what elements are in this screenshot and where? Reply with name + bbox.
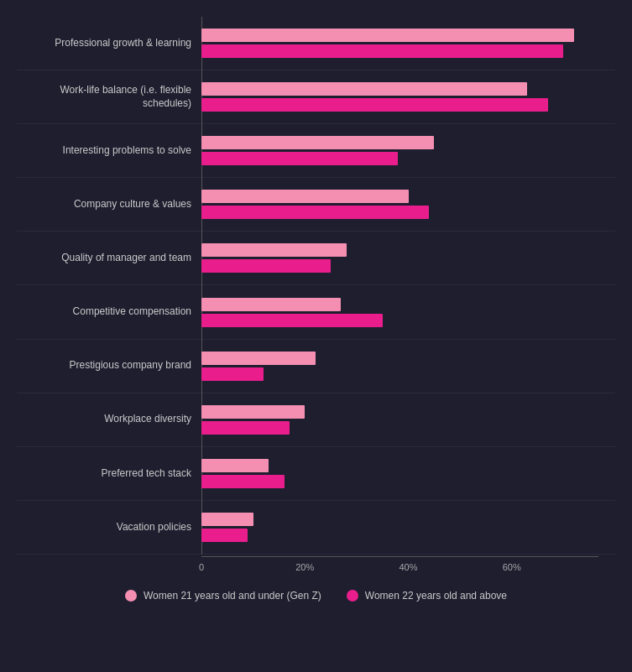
bar-light: [201, 298, 341, 311]
chart-row: Competitive compensation: [17, 285, 615, 339]
bar-dark: [201, 98, 548, 112]
chart-row: Preferred tech stack: [17, 447, 615, 501]
row-label: Company culture & values: [17, 198, 201, 211]
chart-row: Quality of manager and team: [17, 232, 615, 285]
bar-wrap-light: [201, 513, 615, 526]
bar-light: [201, 352, 316, 365]
bar-wrap-light: [201, 352, 615, 365]
bars-col: [201, 508, 615, 547]
bar-wrap-light: [201, 459, 615, 472]
bars-col: [201, 293, 615, 332]
bar-wrap-dark: [201, 44, 615, 58]
bar-wrap-light: [201, 190, 615, 203]
bar-dark: [201, 529, 248, 542]
chart-row: Prestigious company brand: [17, 340, 615, 393]
bar-wrap-light: [201, 29, 615, 42]
bar-dark: [201, 206, 429, 219]
row-label: Competitive compensation: [17, 305, 201, 319]
legend-item-dark: Women 22 years old and above: [347, 590, 507, 602]
x-tick-label: 60%: [503, 562, 521, 572]
bar-dark: [201, 367, 264, 381]
bar-wrap-light: [201, 243, 615, 257]
row-label: Work-life balance (i.e. flexible schedul…: [17, 84, 201, 110]
x-axis: 020%40%60%: [201, 556, 598, 576]
legend-dot-light: [125, 590, 137, 602]
row-label: Prestigious company brand: [17, 359, 201, 372]
bar-wrap-dark: [201, 421, 615, 435]
bar-light: [201, 136, 434, 149]
row-label: Professional growth & learning: [17, 37, 201, 50]
row-label: Interesting problems to solve: [17, 144, 201, 158]
legend-label-light: Women 21 years old and under (Gen Z): [144, 590, 321, 602]
bars-col: [201, 131, 615, 170]
chart-row: Interesting problems to solve: [17, 124, 615, 178]
bar-light: [201, 405, 305, 419]
x-tick-label: 20%: [295, 562, 314, 572]
x-tick-label: 40%: [399, 562, 417, 572]
bar-wrap-light: [201, 298, 615, 311]
chart-row: Vacation policies: [17, 501, 615, 555]
bar-wrap-dark: [201, 152, 615, 165]
bar-light: [201, 82, 527, 96]
row-label: Workplace diversity: [17, 413, 201, 426]
chart-container: Professional growth & learningWork-life …: [0, 0, 632, 672]
chart-row: Workplace diversity: [17, 393, 615, 447]
bar-wrap-light: [201, 405, 615, 419]
row-label: Preferred tech stack: [17, 467, 201, 481]
bar-dark: [201, 152, 398, 165]
bars-col: [201, 238, 615, 278]
legend-label-dark: Women 22 years old and above: [365, 590, 507, 602]
bars-col: [201, 77, 615, 117]
chart-row: Work-life balance (i.e. flexible schedul…: [17, 70, 615, 124]
bar-dark: [201, 44, 563, 58]
x-tick-label: 0: [199, 562, 204, 572]
bar-light: [201, 243, 347, 257]
bars-col: [201, 454, 615, 493]
bar-wrap-dark: [201, 259, 615, 273]
bars-col: [201, 346, 615, 386]
chart-row: Professional growth & learning: [17, 17, 615, 70]
bars-col: [201, 185, 615, 224]
bar-light: [201, 190, 409, 203]
bar-wrap-dark: [201, 529, 615, 542]
bar-wrap-light: [201, 136, 615, 149]
legend: Women 21 years old and under (Gen Z) Wom…: [17, 590, 615, 602]
bars-col: [201, 23, 615, 63]
bar-wrap-light: [201, 82, 615, 96]
bar-light: [201, 513, 253, 526]
bar-dark: [201, 421, 290, 435]
chart-row: Company culture & values: [17, 178, 615, 232]
bar-light: [201, 29, 574, 42]
row-label: Quality of manager and team: [17, 252, 201, 265]
bar-wrap-dark: [201, 314, 615, 327]
bar-dark: [201, 475, 285, 488]
bars-col: [201, 400, 615, 440]
legend-item-light: Women 21 years old and under (Gen Z): [125, 590, 321, 602]
bar-wrap-dark: [201, 367, 615, 381]
row-label: Vacation policies: [17, 521, 201, 534]
bar-wrap-dark: [201, 98, 615, 112]
bar-dark: [201, 314, 383, 327]
bar-wrap-dark: [201, 475, 615, 488]
chart-area: Professional growth & learningWork-life …: [17, 17, 615, 555]
bar-dark: [201, 259, 331, 273]
bar-wrap-dark: [201, 206, 615, 219]
bar-light: [201, 459, 269, 472]
legend-dot-dark: [347, 590, 358, 602]
